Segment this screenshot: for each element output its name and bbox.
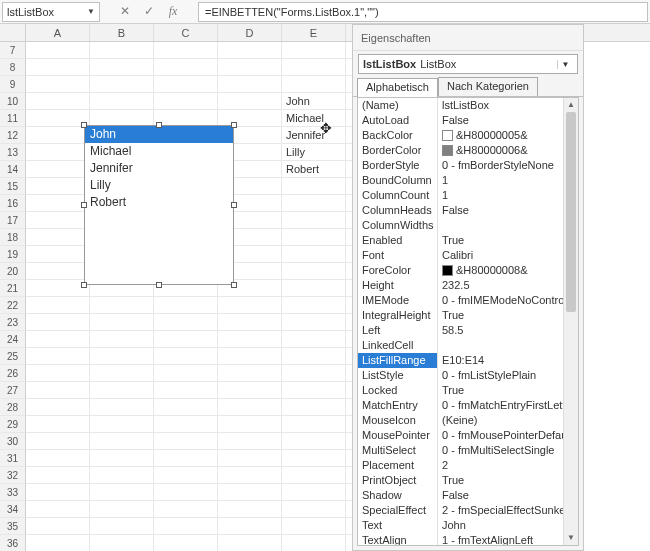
cell[interactable] <box>282 280 346 297</box>
property-row[interactable]: ColumnCount1 <box>358 188 578 203</box>
cell[interactable] <box>26 467 90 484</box>
cell[interactable] <box>90 382 154 399</box>
cell[interactable] <box>90 518 154 535</box>
cell[interactable] <box>26 484 90 501</box>
property-value[interactable]: True <box>438 233 578 248</box>
cell[interactable] <box>154 535 218 551</box>
cell[interactable] <box>26 76 90 93</box>
listbox-item[interactable]: Robert <box>85 194 233 211</box>
cell[interactable] <box>218 535 282 551</box>
property-value[interactable]: False <box>438 488 578 503</box>
row-header[interactable]: 35 <box>0 518 26 535</box>
listbox-item[interactable]: Michael <box>85 143 233 160</box>
property-value[interactable]: 2 - fmSpecialEffectSunken <box>438 503 578 518</box>
property-row[interactable]: ColumnWidths <box>358 218 578 233</box>
cell[interactable] <box>90 399 154 416</box>
row-header[interactable]: 8 <box>0 59 26 76</box>
cell[interactable] <box>154 93 218 110</box>
cell[interactable] <box>218 467 282 484</box>
row-header[interactable]: 24 <box>0 331 26 348</box>
listbox-item[interactable]: Jennifer <box>85 160 233 177</box>
property-row[interactable]: BackColor&H80000005& <box>358 128 578 143</box>
property-row[interactable]: MatchEntry0 - fmMatchEntryFirstLetter <box>358 398 578 413</box>
cell[interactable] <box>282 263 346 280</box>
property-value[interactable]: 58.5 <box>438 323 578 338</box>
row-header[interactable]: 13 <box>0 144 26 161</box>
name-box[interactable]: lstListBox ▼ <box>2 2 100 22</box>
cell[interactable] <box>26 314 90 331</box>
property-value[interactable]: 232.5 <box>438 278 578 293</box>
confirm-icon[interactable]: ✓ <box>142 4 156 19</box>
property-row[interactable]: MultiSelect0 - fmMultiSelectSingle <box>358 443 578 458</box>
cell[interactable]: Lilly <box>282 144 346 161</box>
property-row[interactable]: LockedTrue <box>358 383 578 398</box>
resize-handle-ml[interactable] <box>81 202 87 208</box>
property-row[interactable]: BorderColor&H80000006& <box>358 143 578 158</box>
cell[interactable] <box>218 484 282 501</box>
cell[interactable] <box>154 484 218 501</box>
select-all-corner[interactable] <box>0 24 26 41</box>
chevron-down-icon[interactable]: ▼ <box>87 7 95 16</box>
property-row[interactable]: Left58.5 <box>358 323 578 338</box>
property-row[interactable]: AutoLoadFalse <box>358 113 578 128</box>
property-value[interactable]: True <box>438 308 578 323</box>
cell[interactable] <box>26 518 90 535</box>
fx-icon[interactable]: fx <box>166 4 180 19</box>
cell[interactable] <box>282 42 346 59</box>
property-value[interactable]: &H80000008& <box>438 263 578 278</box>
row-header[interactable]: 21 <box>0 280 26 297</box>
cell[interactable] <box>218 416 282 433</box>
cell[interactable] <box>282 76 346 93</box>
cell[interactable] <box>218 76 282 93</box>
column-header[interactable]: B <box>90 24 154 41</box>
cell[interactable] <box>282 399 346 416</box>
cell[interactable] <box>26 212 90 229</box>
cell[interactable] <box>218 450 282 467</box>
property-row[interactable]: FontCalibri <box>358 248 578 263</box>
property-row[interactable]: ListStyle0 - fmListStylePlain <box>358 368 578 383</box>
property-value[interactable]: lstListBox <box>438 98 578 113</box>
listbox-item[interactable]: Lilly <box>85 177 233 194</box>
row-header[interactable]: 26 <box>0 365 26 382</box>
cell[interactable] <box>218 518 282 535</box>
cell[interactable] <box>282 195 346 212</box>
property-value[interactable]: 0 - fmListStylePlain <box>438 368 578 383</box>
row-header[interactable]: 19 <box>0 246 26 263</box>
property-row[interactable]: BorderStyle0 - fmBorderStyleNone <box>358 158 578 173</box>
property-row[interactable]: (Name)lstListBox <box>358 98 578 113</box>
cell[interactable]: Robert <box>282 161 346 178</box>
cell[interactable] <box>26 161 90 178</box>
cell[interactable] <box>90 467 154 484</box>
row-header[interactable]: 36 <box>0 535 26 551</box>
cell[interactable] <box>282 331 346 348</box>
cell[interactable] <box>218 59 282 76</box>
cell[interactable] <box>26 450 90 467</box>
cell[interactable] <box>282 59 346 76</box>
cell[interactable] <box>26 263 90 280</box>
cell[interactable] <box>26 348 90 365</box>
property-value[interactable]: 1 - fmTextAlignLeft <box>438 533 578 546</box>
row-header[interactable]: 20 <box>0 263 26 280</box>
object-selector[interactable]: lstListBox ListBox ▼ <box>358 54 578 74</box>
property-row[interactable]: SpecialEffect2 - fmSpecialEffectSunken <box>358 503 578 518</box>
cell[interactable] <box>90 365 154 382</box>
column-header[interactable]: C <box>154 24 218 41</box>
cell[interactable] <box>90 59 154 76</box>
property-row[interactable]: ColumnHeadsFalse <box>358 203 578 218</box>
listbox-body[interactable]: JohnMichaelJenniferLillyRobert <box>84 125 234 285</box>
cell[interactable]: Michael <box>282 110 346 127</box>
cell[interactable] <box>282 467 346 484</box>
row-header[interactable]: 29 <box>0 416 26 433</box>
cell[interactable] <box>26 42 90 59</box>
cell[interactable] <box>154 42 218 59</box>
cell[interactable] <box>26 365 90 382</box>
cell[interactable] <box>90 433 154 450</box>
cell[interactable] <box>282 416 346 433</box>
cell[interactable] <box>282 535 346 551</box>
property-value[interactable]: 1 <box>438 173 578 188</box>
property-value[interactable]: 0 - fmMultiSelectSingle <box>438 443 578 458</box>
property-value[interactable]: True <box>438 473 578 488</box>
cell[interactable] <box>90 331 154 348</box>
resize-handle-bm[interactable] <box>156 282 162 288</box>
property-row[interactable]: PrintObjectTrue <box>358 473 578 488</box>
